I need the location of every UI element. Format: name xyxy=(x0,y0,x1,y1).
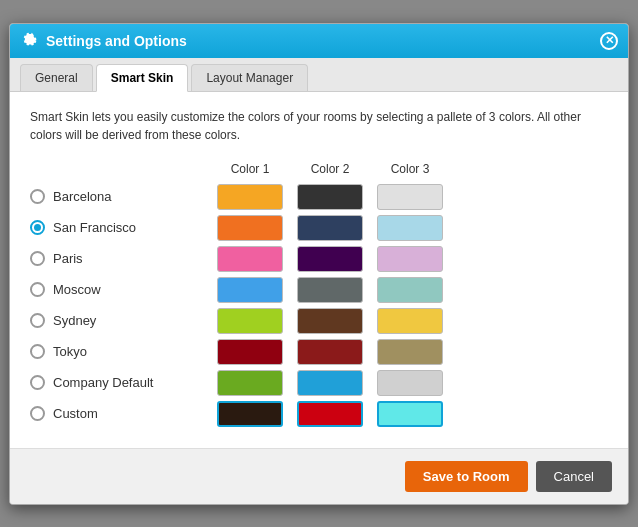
radio-button[interactable] xyxy=(30,220,45,235)
theme-name: Paris xyxy=(53,251,83,266)
theme-name: Custom xyxy=(53,406,98,421)
radio-button[interactable] xyxy=(30,375,45,390)
color-swatch-2[interactable] xyxy=(297,401,363,427)
color-swatch-2 xyxy=(297,215,363,241)
color-swatch-3 xyxy=(377,339,443,365)
color-swatch-1 xyxy=(217,308,283,334)
color-swatch-2 xyxy=(297,184,363,210)
col-header-2: Color 2 xyxy=(290,162,370,176)
theme-name: Barcelona xyxy=(53,189,112,204)
theme-label[interactable]: Paris xyxy=(30,251,210,266)
radio-button[interactable] xyxy=(30,313,45,328)
theme-row: Sydney xyxy=(30,308,608,334)
color-swatch-3 xyxy=(377,370,443,396)
color-swatch-2 xyxy=(297,339,363,365)
theme-row: Barcelona xyxy=(30,184,608,210)
settings-dialog: Settings and Options ✕ General Smart Ski… xyxy=(9,23,629,505)
radio-button[interactable] xyxy=(30,251,45,266)
color-header-row: Color 1 Color 2 Color 3 xyxy=(30,162,608,176)
gear-icon xyxy=(20,32,38,50)
theme-name: Moscow xyxy=(53,282,101,297)
theme-label[interactable]: Barcelona xyxy=(30,189,210,204)
theme-list: BarcelonaSan FranciscoParisMoscowSydneyT… xyxy=(30,184,608,427)
radio-button[interactable] xyxy=(30,189,45,204)
radio-button[interactable] xyxy=(30,282,45,297)
theme-row: Moscow xyxy=(30,277,608,303)
theme-name: Sydney xyxy=(53,313,96,328)
theme-label[interactable]: Custom xyxy=(30,406,210,421)
title-bar-left: Settings and Options xyxy=(20,32,187,50)
footer: Save to Room Cancel xyxy=(10,448,628,504)
theme-label[interactable]: Sydney xyxy=(30,313,210,328)
theme-row: San Francisco xyxy=(30,215,608,241)
tab-layout-manager[interactable]: Layout Manager xyxy=(191,64,308,91)
color-swatch-3 xyxy=(377,184,443,210)
color-swatch-1 xyxy=(217,277,283,303)
radio-button[interactable] xyxy=(30,406,45,421)
description-text: Smart Skin lets you easily customize the… xyxy=(30,108,608,144)
theme-label[interactable]: Moscow xyxy=(30,282,210,297)
theme-row: Paris xyxy=(30,246,608,272)
color-swatch-3 xyxy=(377,246,443,272)
color-swatch-3 xyxy=(377,215,443,241)
color-swatch-2 xyxy=(297,308,363,334)
tab-smart-skin[interactable]: Smart Skin xyxy=(96,64,189,92)
color-swatch-2 xyxy=(297,277,363,303)
color-swatch-3 xyxy=(377,277,443,303)
theme-label[interactable]: Company Default xyxy=(30,375,210,390)
close-button[interactable]: ✕ xyxy=(600,32,618,50)
cancel-button[interactable]: Cancel xyxy=(536,461,612,492)
color-swatch-1 xyxy=(217,215,283,241)
theme-row: Tokyo xyxy=(30,339,608,365)
save-to-room-button[interactable]: Save to Room xyxy=(405,461,528,492)
theme-label[interactable]: San Francisco xyxy=(30,220,210,235)
color-swatch-1[interactable] xyxy=(217,401,283,427)
color-swatch-2 xyxy=(297,246,363,272)
color-swatch-1 xyxy=(217,339,283,365)
color-swatch-1 xyxy=(217,370,283,396)
theme-name: San Francisco xyxy=(53,220,136,235)
color-swatch-1 xyxy=(217,246,283,272)
content-area: Smart Skin lets you easily customize the… xyxy=(10,92,628,448)
theme-name: Company Default xyxy=(53,375,153,390)
col-header-3: Color 3 xyxy=(370,162,450,176)
tab-general[interactable]: General xyxy=(20,64,93,91)
col-header-1: Color 1 xyxy=(210,162,290,176)
theme-label[interactable]: Tokyo xyxy=(30,344,210,359)
theme-row: Custom xyxy=(30,401,608,427)
color-swatch-1 xyxy=(217,184,283,210)
dialog-title: Settings and Options xyxy=(46,33,187,49)
theme-name: Tokyo xyxy=(53,344,87,359)
tab-bar: General Smart Skin Layout Manager xyxy=(10,58,628,92)
theme-row: Company Default xyxy=(30,370,608,396)
radio-button[interactable] xyxy=(30,344,45,359)
color-swatch-3 xyxy=(377,308,443,334)
title-bar: Settings and Options ✕ xyxy=(10,24,628,58)
color-swatch-3[interactable] xyxy=(377,401,443,427)
color-swatch-2 xyxy=(297,370,363,396)
